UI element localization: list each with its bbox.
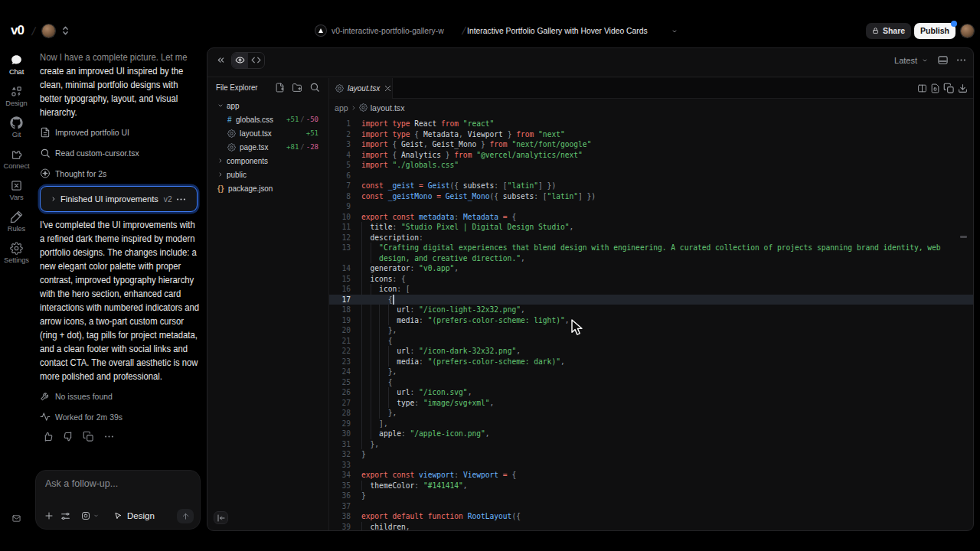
message-line-text: hierarchy. [40,106,77,119]
rail-item-rules[interactable]: Rules [0,208,33,240]
rail-item-vars[interactable]: Vars [0,177,33,208]
new-folder-icon[interactable] [292,83,302,93]
code-token: "Studio Pixel | Digital Design Studio" [401,223,570,231]
tool-call-item[interactable]: Thought for 2s [40,163,198,184]
user-avatar[interactable] [42,24,55,37]
tree-folder-public[interactable]: public [207,168,328,181]
share-button[interactable]: Share [866,23,911,39]
code-token: , [485,429,490,438]
mail-icon[interactable] [11,514,21,523]
chevron-down-icon[interactable] [93,513,99,519]
chevrons-left-icon[interactable] [216,55,226,65]
message-line-text: Now I have a complete picture. Let me [40,51,187,64]
code-token: { [414,130,423,139]
code-text: media: "(prefers-color-scheme: light)", [361,315,570,326]
tab-layout-tsx[interactable]: layout.tsx [329,78,393,99]
code-token: ], [361,419,388,428]
chevron-updown-icon[interactable] [62,25,69,36]
message-line-text: arrow icons, a two-part custom cursor [40,315,184,328]
code-toggle[interactable] [248,53,264,68]
code-line-4: 4import { Analytics } from "@vercel/anal… [329,150,973,161]
code-text: export default function RootLayout({ [361,511,521,522]
notification-dot [951,21,957,27]
composer[interactable]: Ask a follow-up... Design [35,470,201,530]
new-file-icon[interactable] [275,83,285,93]
publish-button[interactable]: Publish [914,23,956,39]
close-icon[interactable] [384,84,392,93]
chat-scroll-area[interactable]: Now I have a complete picture. Let mecre… [40,47,198,445]
tree-folder-components[interactable]: components [207,154,328,168]
scrollbar-thumb[interactable] [960,236,967,238]
file-text-icon [40,127,51,138]
chevron-down-icon[interactable] [671,28,678,34]
download-icon[interactable] [958,83,968,93]
code-content[interactable]: 1import type React from "react"2import t… [329,116,973,530]
rail-item-git[interactable]: Git [0,114,33,145]
code-text: children, [361,522,410,532]
tool-call-item[interactable]: Read custom-cursor.tsx [40,142,198,163]
code-token: Viewport [463,471,498,479]
copy-icon[interactable] [943,83,955,94]
breadcrumb-chat-title[interactable]: Interactive Portfolio Gallery with Hover… [467,26,668,35]
code-token: url [361,388,410,396]
v0-logo[interactable]: v0 [11,23,24,38]
app-box-icon[interactable] [81,511,90,520]
rail-item-connect[interactable]: Connect [0,145,33,177]
breadcrumb-project-name[interactable]: v0-interactive-portfolio-gallery-w [332,26,456,35]
rail-item-settings[interactable]: Settings [0,240,33,271]
vercel-project-icon[interactable] [315,25,326,36]
thumbs-down-icon[interactable] [63,431,74,442]
tree-file-page-tsx[interactable]: page.tsx+81/-28 [207,140,328,154]
tree-file-package-json[interactable]: {}package.json [207,181,328,195]
open-file-icon[interactable] [930,83,940,93]
ellipsis-icon[interactable] [175,194,187,205]
version-selector[interactable]: Latest [894,56,917,65]
line-number: 24 [329,367,351,377]
chevron-down-icon[interactable] [922,57,928,64]
code-token: : [410,388,420,396]
bottom-panel-icon[interactable] [937,54,949,66]
code-token: ] }) [578,192,596,201]
task-card-finished-ui-improvements[interactable]: Finished UI improvements v2 [40,186,198,212]
code-token: , [454,264,459,272]
ellipsis-icon[interactable] [103,431,115,442]
code-token: , [459,130,468,139]
search-icon[interactable] [309,82,320,93]
code-token: , [516,347,521,355]
tree-item-label: app [227,101,240,110]
plus-icon[interactable] [44,511,54,520]
code-token: from [454,151,476,159]
rail-item-chat[interactable]: Chat [0,51,33,83]
code-text: import "./globals.css" [361,160,459,171]
thumbs-up-icon[interactable] [42,431,54,442]
tree-file-globals-css[interactable]: #globals.css+51/-50 [207,112,328,126]
code-token: "/icon-dark-32x32.png" [419,347,516,355]
line-number: 5 [329,160,351,171]
chat-input[interactable]: Ask a follow-up... [45,478,118,489]
preview-toggle-eye[interactable] [232,53,248,68]
message-line-text: interactions with numbered indicators an… [40,301,199,315]
send-button[interactable] [177,509,194,523]
ellipsis-icon[interactable] [956,54,967,66]
sliders-icon[interactable] [60,511,70,521]
design-mode-button[interactable]: Design [114,511,155,520]
breadcrumb-folder[interactable]: app [335,103,348,112]
line-number: 6 [329,171,351,181]
indent-guide [379,346,380,357]
split-view-icon[interactable] [917,83,927,93]
code-line-25: 25 { [329,377,973,388]
breadcrumb-file[interactable]: layout.tsx [371,103,405,112]
code-token: "next" [538,130,565,139]
tree-file-layout-tsx[interactable]: layout.tsx+51 [207,126,328,140]
tree-folder-app[interactable]: app [207,99,328,112]
rail-item-design[interactable]: Design [0,83,33,114]
code-token: , [423,140,433,148]
tree-item-content: {}package.json [207,184,278,193]
indent-guide [371,336,371,347]
tree-item-content: layout.tsx [207,129,275,138]
collapse-explorer-button[interactable] [214,511,228,524]
copy-icon[interactable] [83,431,94,442]
indent-guide [371,408,371,419]
tool-call-item[interactable]: Improved portfolio UI [40,122,198,142]
account-avatar[interactable] [961,24,974,37]
